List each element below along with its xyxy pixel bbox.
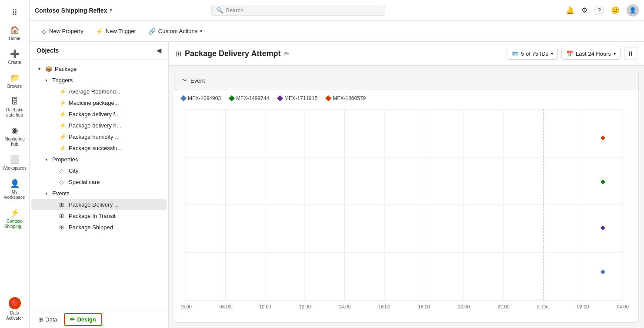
nav-home[interactable]: 🏠 Home [2,22,28,45]
nav-create[interactable]: ➕ Create [2,46,28,69]
svg-text:18:00: 18:00 [418,304,430,309]
new-property-label: New Property [49,28,83,34]
new-trigger-icon: ⚡ [96,28,103,35]
tree-item-pkg-delivery-h[interactable]: ⚡ Package delivery h... [31,120,167,131]
nav-onelake[interactable]: 🗄 OneLake data hub [2,94,28,121]
chart-section: 〜 Event MFX-1094903 MFX-1499744 MFX-1711… [174,71,639,323]
property-special-care-icon: ◇ [59,179,67,185]
design-tab-button[interactable]: ✏ Design [64,313,102,326]
panel-actions: 🪪 5 of 75 IDs ▾ 📅 Last 24 Hours ▾ ⏸ [507,47,637,60]
nav-monitoring[interactable]: ◉ Monitoring hub [2,122,28,151]
tree-item-medicine-package[interactable]: ⚡ Medicine package... [31,97,167,108]
custom-actions-button[interactable]: 🔗 Custom Actions ▾ [143,25,207,37]
app-title-text: Contoso Shipping Reflex [35,7,107,14]
package-icon: 📦 [45,66,53,72]
ids-filter-button[interactable]: 🪪 5 of 75 IDs ▾ [507,48,558,60]
tree-item-city[interactable]: ◇ City [31,165,167,176]
app-grid-icon[interactable]: ⠿ [7,3,22,22]
tree-item-pkg-in-transit[interactable]: ⊞ Package In Transit [31,211,167,221]
content-area: Objects ◀ ▾ 📦 Package ▾ Triggers ⚡ [30,42,644,328]
feedback-icon[interactable]: 🙂 [611,6,620,14]
legend-item-0: MFX-1094903 [181,95,221,101]
svg-text:04:00: 04:00 [617,304,629,309]
help-icon[interactable]: ? [594,6,604,15]
data-tab-icon: ⊞ [38,316,43,323]
legend-label-3: MFX-1860579 [333,95,366,101]
create-icon: ➕ [10,49,20,59]
home-icon: 🏠 [10,25,20,35]
search-bar[interactable]: 🔍 [211,5,385,16]
legend-dot-1 [229,95,235,101]
sidebar-header: Objects ◀ [30,42,168,60]
svg-text:02:00: 02:00 [577,304,589,309]
settings-icon[interactable]: ⚙ [581,6,587,14]
trigger-icon-5: ⚡ [59,145,67,151]
legend-label-2: MFX-1711915 [284,95,317,101]
design-tab-label: Design [77,316,96,323]
user-avatar[interactable]: 👤 [627,4,639,17]
trigger-icon-2: ⚡ [59,111,67,117]
legend-dot-3 [325,95,331,101]
pause-button[interactable]: ⏸ [624,47,637,60]
sidebar: Objects ◀ ▾ 📦 Package ▾ Triggers ⚡ [30,42,169,328]
search-icon: 🔍 [216,7,223,13]
svg-text:14:00: 14:00 [339,304,351,309]
tree-item-package[interactable]: ▾ 📦 Package [31,64,167,74]
tree-item-pkg-delivery-f[interactable]: ⚡ Package delivery f... [31,109,167,120]
time-filter-button[interactable]: 📅 Last 24 Hours ▾ [561,48,621,60]
browse-icon: 📁 [10,73,20,83]
ids-chevron: ▾ [551,51,553,56]
chart-area: 06:0008:0010:0012:0014:0016:0018:0020:00… [174,105,638,322]
events-label: Events [52,190,70,197]
panel-edit-icon[interactable]: ✏ [284,50,289,57]
sidebar-tree: ▾ 📦 Package ▾ Triggers ⚡ Average Redmond… [30,60,168,311]
tree-item-pkg-successful[interactable]: ⚡ Package successfu... [31,143,167,154]
chart-section-title: Event [190,77,205,84]
design-tab-icon: ✏ [70,316,75,323]
bell-icon[interactable]: 🔔 [566,6,574,14]
svg-text:2. Oct: 2. Oct [537,304,550,309]
onelake-icon: 🗄 [11,97,19,106]
svg-text:16:00: 16:00 [378,304,390,309]
tree-item-average-redmond[interactable]: ⚡ Average Redmond... [31,86,167,97]
chart-legend: MFX-1094903 MFX-1499744 MFX-1711915 MFX-… [174,90,638,105]
tree-item-pkg-shipped[interactable]: ⊞ Package Shipped [31,222,167,233]
triggers-chevron: ▾ [45,78,52,83]
new-trigger-button[interactable]: ⚡ New Trigger [90,25,141,37]
properties-chevron: ▾ [45,157,52,162]
triggers-label: Triggers [52,77,73,84]
new-property-button[interactable]: ◇ New Property [37,25,89,37]
time-icon: 📅 [566,50,573,57]
custom-actions-chevron: ▾ [200,29,202,33]
legend-label-1: MFX-1499744 [236,95,269,101]
chart-header: 〜 Event [174,71,638,90]
nav-data-activator[interactable]: 🔴 Data Activator [2,294,28,325]
legend-item-3: MFX-1860579 [326,95,366,101]
tree-item-special-care[interactable]: ◇ Special care [31,177,167,187]
search-input[interactable] [226,7,380,13]
ids-icon: 🪪 [511,50,518,57]
nav-browse[interactable]: 📁 Browse [2,70,28,93]
pause-icon: ⏸ [627,50,634,57]
new-property-icon: ◇ [42,28,47,35]
trigger-icon-0: ⚡ [59,88,67,95]
svg-text:20:00: 20:00 [458,304,470,309]
monitoring-icon: ◉ [11,126,18,135]
tree-item-pkg-humidity[interactable]: ⚡ Package humidity ... [31,131,167,142]
contoso-icon: ⚡ [10,208,20,218]
svg-rect-30 [601,135,605,140]
tree-item-triggers[interactable]: ▾ Triggers [31,75,167,86]
data-tab-button[interactable]: ⊞ Data [33,314,62,325]
sidebar-collapse-button[interactable]: ◀ [157,47,161,54]
nav-contoso-shipping[interactable]: ⚡ Contoso Shipping... [2,204,28,233]
nav-my-workspace[interactable]: 👤 My workspace [2,175,28,204]
legend-item-2: MFX-1711915 [278,95,317,101]
tree-item-pkg-delivery[interactable]: ⊞ Package Delivery ... [31,199,167,210]
tree-item-events[interactable]: ▾ Events [31,188,167,199]
package-chevron: ▾ [38,67,45,71]
nav-workspaces[interactable]: ⬜ Workspaces [2,151,28,174]
tree-item-properties[interactable]: ▾ Properties [31,154,167,165]
svg-rect-31 [601,180,605,184]
app-title-chevron[interactable]: ▾ [110,7,112,13]
left-navigation: ⠿ 🏠 Home ➕ Create 📁 Browse 🗄 OneLake dat… [0,0,30,328]
